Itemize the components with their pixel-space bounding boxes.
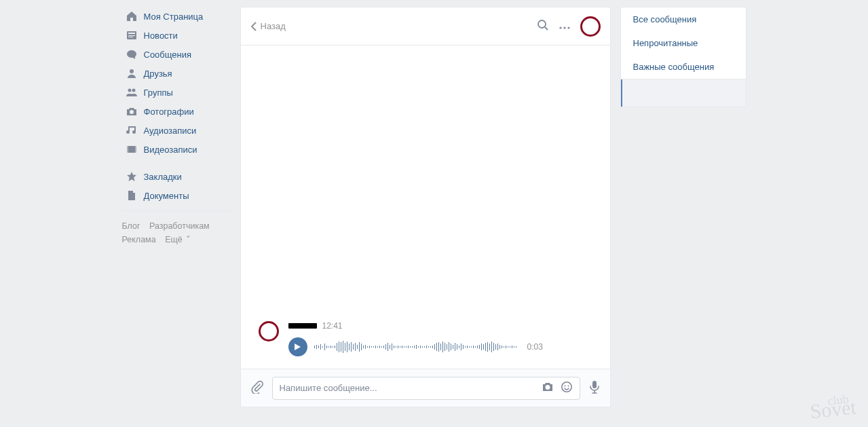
emoji-icon[interactable] xyxy=(561,381,573,395)
svg-point-12 xyxy=(559,26,561,29)
svg-rect-53 xyxy=(392,344,392,350)
svg-rect-57 xyxy=(400,346,400,348)
svg-rect-118 xyxy=(592,381,597,388)
footer-links: Блог Разработчикам Реклама Ещё ˅ xyxy=(122,219,231,246)
star-icon xyxy=(125,171,138,182)
svg-rect-101 xyxy=(489,344,490,350)
svg-rect-80 xyxy=(447,344,447,350)
nav-photos[interactable]: Фотографии xyxy=(122,102,231,121)
svg-rect-113 xyxy=(514,346,514,348)
svg-rect-97 xyxy=(481,344,482,350)
message-input[interactable] xyxy=(280,383,535,393)
svg-rect-100 xyxy=(487,342,488,352)
svg-rect-26 xyxy=(337,343,337,351)
svg-line-11 xyxy=(545,27,548,30)
news-icon xyxy=(125,30,138,41)
svg-rect-33 xyxy=(351,342,352,352)
svg-rect-41 xyxy=(367,346,368,348)
svg-rect-42 xyxy=(369,346,370,348)
svg-rect-75 xyxy=(436,343,437,351)
photo-icon[interactable] xyxy=(542,381,554,395)
svg-rect-102 xyxy=(491,341,492,352)
svg-rect-25 xyxy=(335,346,335,348)
waveform[interactable] xyxy=(314,339,518,355)
mic-icon[interactable] xyxy=(588,380,601,396)
message-input-wrapper xyxy=(272,377,580,400)
svg-rect-34 xyxy=(353,344,354,350)
more-icon[interactable] xyxy=(559,21,571,31)
footer-ads[interactable]: Реклама xyxy=(122,235,156,244)
nav-bookmarks[interactable]: Закладки xyxy=(122,167,231,186)
svg-rect-70 xyxy=(426,346,427,348)
svg-rect-7 xyxy=(127,146,136,153)
filter-all[interactable]: Все сообщения xyxy=(621,7,746,31)
music-icon xyxy=(125,125,138,136)
svg-rect-85 xyxy=(457,344,457,350)
nav-my-page[interactable]: Моя Страница xyxy=(122,7,231,26)
footer-dev[interactable]: Разработчикам xyxy=(149,221,210,231)
message: 12:41 xyxy=(259,321,543,356)
attach-icon[interactable] xyxy=(250,380,264,396)
message-avatar[interactable] xyxy=(259,321,279,341)
filter-unread[interactable]: Непрочитанные xyxy=(621,31,746,55)
chat-input-bar xyxy=(241,369,610,407)
filter-important[interactable]: Важные сообщения xyxy=(621,55,746,79)
svg-rect-99 xyxy=(485,343,486,351)
footer-blog[interactable]: Блог xyxy=(122,221,140,231)
svg-rect-8 xyxy=(127,146,128,153)
back-button[interactable]: Назад xyxy=(250,21,286,31)
nav-label: Моя Страница xyxy=(144,12,204,22)
svg-rect-92 xyxy=(471,346,472,348)
svg-rect-2 xyxy=(128,35,135,36)
search-icon[interactable] xyxy=(537,19,549,33)
svg-rect-54 xyxy=(394,346,394,348)
message-author[interactable] xyxy=(288,323,317,329)
svg-rect-94 xyxy=(475,346,476,348)
nav-audio[interactable]: Аудиозаписи xyxy=(122,121,231,140)
nav-friends[interactable]: Друзья xyxy=(122,64,231,83)
svg-rect-37 xyxy=(359,342,360,352)
chevron-down-icon: ˅ xyxy=(184,235,191,244)
filters-panel: Все сообщения Непрочитанные Важные сообщ… xyxy=(620,7,747,107)
svg-rect-50 xyxy=(385,344,386,350)
svg-rect-93 xyxy=(473,346,474,348)
svg-rect-48 xyxy=(381,346,382,348)
friends-icon xyxy=(125,68,138,79)
svg-rect-55 xyxy=(396,346,396,348)
svg-rect-88 xyxy=(463,345,464,349)
nav-groups[interactable]: Группы xyxy=(122,83,231,102)
svg-rect-107 xyxy=(502,346,502,348)
camera-icon xyxy=(125,106,138,117)
nav-label: Документы xyxy=(144,191,189,201)
chat-body: 12:41 xyxy=(241,45,610,369)
nav-news[interactable]: Новости xyxy=(122,26,231,45)
groups-icon xyxy=(125,87,138,98)
svg-point-5 xyxy=(128,89,131,92)
footer-more[interactable]: Ещё ˅ xyxy=(165,235,191,244)
nav-documents[interactable]: Документы xyxy=(122,186,231,205)
play-button[interactable] xyxy=(288,337,307,356)
svg-rect-59 xyxy=(404,346,404,348)
svg-rect-16 xyxy=(316,345,317,349)
svg-rect-21 xyxy=(326,346,327,348)
svg-rect-29 xyxy=(343,341,343,353)
nav-messages[interactable]: Сообщения xyxy=(122,45,231,64)
svg-rect-61 xyxy=(408,346,409,348)
video-icon xyxy=(125,144,138,155)
chat-avatar[interactable] xyxy=(580,16,601,37)
svg-rect-82 xyxy=(451,344,451,350)
filter-active[interactable] xyxy=(621,79,746,107)
svg-rect-30 xyxy=(345,343,345,351)
svg-rect-63 xyxy=(412,346,413,348)
svg-point-117 xyxy=(567,386,569,387)
svg-rect-106 xyxy=(499,345,500,349)
svg-rect-73 xyxy=(432,346,433,348)
svg-rect-64 xyxy=(414,346,415,348)
svg-rect-19 xyxy=(322,346,323,348)
nav-video[interactable]: Видеозаписи xyxy=(122,140,231,159)
svg-rect-47 xyxy=(379,346,380,348)
voice-duration: 0:03 xyxy=(527,342,543,352)
nav-label: Группы xyxy=(144,88,173,98)
svg-rect-35 xyxy=(355,343,356,351)
svg-rect-44 xyxy=(373,346,374,348)
